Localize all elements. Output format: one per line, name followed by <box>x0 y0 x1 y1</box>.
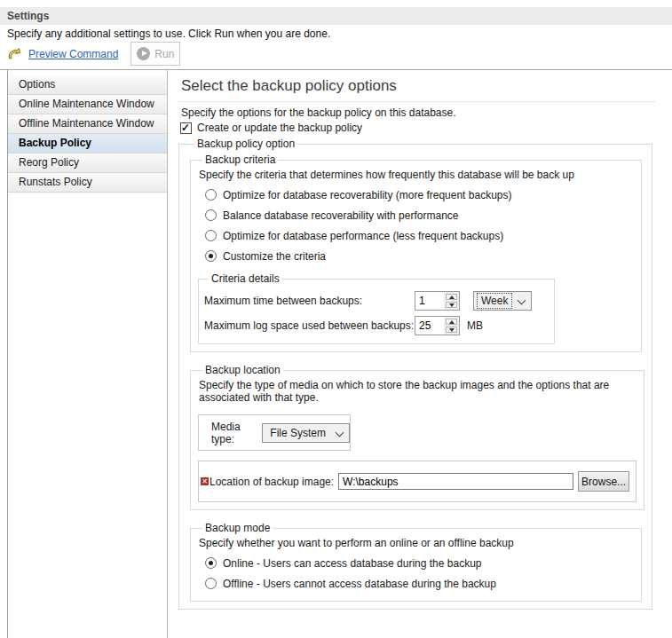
run-icon <box>137 47 150 60</box>
backup-policy-option-group: Backup policy option Backup criteria Spe… <box>178 138 652 610</box>
radio-customize-criteria[interactable] <box>205 250 217 262</box>
settings-page: Settings Specify any additional settings… <box>0 0 672 638</box>
max-time-row: Maximum time between backups: Week <box>204 290 547 311</box>
max-time-input[interactable] <box>415 292 444 310</box>
create-policy-row: Create or update the backup policy <box>180 122 362 134</box>
max-log-unit-label: MB <box>467 319 483 332</box>
sidebar-item-options[interactable]: Options <box>8 75 167 95</box>
radio-label: Optimize for database performance (less … <box>223 230 503 242</box>
backup-criteria-group: Backup criteria Specify the criteria tha… <box>190 154 642 352</box>
page-description: Specify any additional settings to use. … <box>7 28 330 40</box>
section-title: Select the backup policy options <box>181 77 397 95</box>
backup-mode-description: Specify whether you want to perform an o… <box>199 537 634 549</box>
radio-row-optimize-recoverability[interactable]: Optimize for database recoverability (mo… <box>205 185 634 205</box>
backup-mode-options: Online - Users can access database durin… <box>198 553 634 594</box>
radio-label: Customize the criteria <box>223 250 326 263</box>
browse-button[interactable]: Browse... <box>578 471 629 492</box>
radio-label: Offline - Users cannot access database d… <box>223 578 496 590</box>
sidebar-item-online-maintenance-window[interactable]: Online Maintenance Window <box>8 95 167 114</box>
media-type-panel: Media type: File System <box>198 414 351 451</box>
radio-online[interactable] <box>205 557 217 569</box>
spin-up-icon[interactable] <box>446 294 457 300</box>
backup-mode-legend: Backup mode <box>202 522 273 534</box>
radio-row-balance-recoverability[interactable]: Balance database recoverability with per… <box>205 205 634 225</box>
section-description: Specify the options for the backup polic… <box>181 106 456 119</box>
radio-label: Optimize for database recoverability (mo… <box>223 189 511 201</box>
max-log-spin-buttons <box>444 317 459 335</box>
radio-label: Online - Users can access database durin… <box>223 557 482 570</box>
max-log-spinner <box>415 316 460 335</box>
main-panel: Select the backup policy options Specify… <box>169 70 672 638</box>
title-rule <box>178 101 655 102</box>
radio-row-customize-criteria[interactable]: Customize the criteria <box>205 246 634 266</box>
max-log-label: Maximum log space used between backups: <box>204 319 415 332</box>
max-log-input[interactable] <box>415 317 444 335</box>
spin-up-icon[interactable] <box>446 319 457 325</box>
run-button-label: Run <box>154 48 174 60</box>
spin-down-icon[interactable] <box>446 302 457 308</box>
preview-command-icon <box>7 47 23 61</box>
backup-criteria-description: Specify the criteria that determines how… <box>199 169 634 181</box>
backup-criteria-legend: Backup criteria <box>202 154 278 166</box>
radio-balance-recoverability[interactable] <box>205 209 217 221</box>
radio-row-offline[interactable]: Offline - Users cannot access database d… <box>205 573 634 594</box>
sidebar-item-backup-policy[interactable]: Backup Policy <box>8 134 167 154</box>
backup-location-legend: Backup location <box>202 364 283 376</box>
time-unit-dropdown[interactable]: Week <box>473 291 532 311</box>
radio-optimize-recoverability[interactable] <box>205 189 217 201</box>
criteria-details-group: Criteria details Maximum time between ba… <box>198 272 555 344</box>
page-title: Settings <box>0 7 672 25</box>
radio-optimize-performance[interactable] <box>205 230 217 241</box>
max-log-row: Maximum log space used between backups: … <box>204 315 547 336</box>
backup-location-label: Location of backup image: <box>210 476 334 488</box>
radio-label: Balance database recoverability with per… <box>223 209 458 222</box>
backup-image-location-panel: Location of backup image: Browse... <box>198 461 636 502</box>
radio-offline[interactable] <box>205 578 217 589</box>
media-type-label: Media type: <box>211 421 256 445</box>
max-time-spinner <box>415 291 460 311</box>
radio-row-optimize-performance[interactable]: Optimize for database performance (less … <box>205 225 634 246</box>
sidebar-item-reorg-policy[interactable]: Reorg Policy <box>8 154 167 173</box>
create-policy-checkbox[interactable] <box>180 122 192 134</box>
max-time-label: Maximum time between backups: <box>204 295 415 307</box>
run-button[interactable]: Run <box>130 42 180 66</box>
spin-down-icon[interactable] <box>446 327 457 333</box>
create-policy-checkbox-label: Create or update the backup policy <box>197 122 362 134</box>
chevron-down-icon <box>336 429 344 437</box>
backup-location-input[interactable] <box>338 473 573 490</box>
backup-location-group: Backup location Specify the type of medi… <box>190 364 644 510</box>
sidebar: Options Online Maintenance Window Offlin… <box>7 70 168 638</box>
sidebar-item-offline-maintenance-window[interactable]: Offline Maintenance Window <box>8 114 167 134</box>
media-type-value: File System <box>266 426 329 440</box>
backup-mode-group: Backup mode Specify whether you want to … <box>190 522 642 602</box>
error-icon <box>201 477 209 485</box>
sidebar-item-runstats-policy[interactable]: Runstats Policy <box>8 173 167 193</box>
toolbar: Preview Command Run <box>7 42 180 66</box>
criteria-details-legend: Criteria details <box>209 272 282 285</box>
time-unit-value: Week <box>478 294 511 308</box>
chevron-down-icon <box>518 296 526 305</box>
max-time-spin-buttons <box>444 292 459 310</box>
preview-command-link[interactable]: Preview Command <box>28 48 118 60</box>
media-type-dropdown[interactable]: File System <box>262 423 350 443</box>
backup-location-description: Specify the type of media on which to st… <box>199 379 636 404</box>
radio-row-online[interactable]: Online - Users can access database durin… <box>205 553 634 573</box>
backup-policy-option-legend: Backup policy option <box>194 138 297 150</box>
